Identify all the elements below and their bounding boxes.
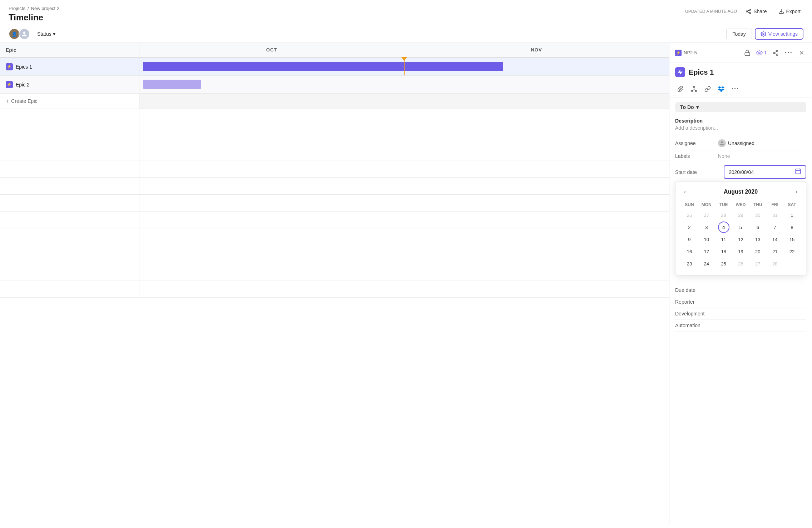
lock-icon — [744, 50, 751, 56]
lock-button[interactable] — [743, 48, 752, 58]
breadcrumb-project-name[interactable]: New project 2 — [31, 6, 59, 11]
start-date-input[interactable]: 2020/08/04 — [724, 165, 806, 179]
svg-point-10 — [773, 52, 775, 54]
epics1-gantt — [139, 58, 669, 75]
create-epic-button[interactable]: + Create Epic — [0, 94, 139, 109]
cal-header-thu: THU — [749, 201, 766, 209]
epic2-cell[interactable]: ⚡ Epic 2 — [0, 76, 139, 93]
cal-day[interactable]: 16 — [684, 246, 695, 257]
watch-button[interactable]: 1 — [755, 48, 768, 58]
svg-point-9 — [777, 50, 778, 52]
epic2-name: Epic 2 — [16, 82, 30, 88]
empty-row-1 — [0, 109, 669, 126]
cal-day[interactable]: 3 — [701, 221, 712, 233]
cal-day-selected[interactable]: 4 — [718, 221, 729, 233]
cal-day[interactable]: 13 — [752, 234, 763, 245]
cal-day[interactable]: 7 — [769, 221, 781, 233]
start-date-label: Start date — [675, 169, 718, 175]
cal-day[interactable]: 30 — [752, 209, 763, 221]
header: Projects / New project 2 Timeline UPDATE… — [0, 0, 812, 25]
link-button[interactable] — [702, 84, 713, 94]
cal-day[interactable]: 22 — [786, 246, 798, 257]
today-triangle — [401, 57, 407, 61]
link-icon — [704, 86, 711, 92]
more-tools-button[interactable]: ··· — [729, 83, 741, 95]
share-button[interactable]: Share — [743, 7, 769, 16]
cal-day[interactable]: 8 — [786, 221, 798, 233]
cal-day[interactable]: 31 — [769, 209, 781, 221]
share-icon — [772, 50, 779, 56]
cal-day[interactable]: 10 — [701, 234, 712, 245]
cal-day[interactable]: 26 — [735, 258, 746, 269]
panel-title-section: Epics 1 — [669, 63, 812, 80]
panel-header: ⚡ NP2-5 1 ··· — [669, 43, 812, 63]
cal-day[interactable]: 28 — [769, 258, 781, 269]
export-button[interactable]: Export — [776, 7, 803, 16]
cal-day[interactable]: 24 — [701, 258, 712, 269]
main-layout: Epic OCT NOV ⚡ Epics 1 — [0, 43, 812, 524]
cal-day[interactable]: 11 — [718, 234, 729, 245]
status-filter-button[interactable]: Status ▾ — [34, 30, 58, 38]
gantt-bar-epic2[interactable] — [143, 80, 201, 89]
cal-day[interactable]: 14 — [769, 234, 781, 245]
svg-point-0 — [749, 9, 751, 10]
cal-day[interactable]: 2 — [684, 221, 695, 233]
timeline-header: Epic OCT NOV — [0, 43, 669, 58]
cal-day[interactable]: 26 — [684, 209, 695, 221]
cal-day[interactable]: 28 — [718, 209, 729, 221]
cal-header-tue: TUE — [716, 201, 732, 209]
description-label: Description — [675, 118, 806, 124]
breadcrumb-projects[interactable]: Projects — [9, 6, 25, 11]
gantt-bar-epics1[interactable] — [143, 62, 503, 71]
close-icon — [798, 50, 805, 56]
cal-day[interactable]: 1 — [786, 209, 798, 221]
panel-body: Description Add a description... Assigne… — [669, 116, 812, 333]
calendar-next-button[interactable]: › — [793, 187, 800, 196]
empty-row-4 — [0, 160, 669, 178]
empty-row-3 — [0, 143, 669, 160]
description-section: Description Add a description... — [675, 118, 806, 131]
breadcrumb: Projects / New project 2 — [9, 6, 59, 11]
close-button[interactable] — [797, 48, 806, 58]
status-button[interactable]: To Do ▾ — [675, 102, 806, 112]
paperclip-icon — [677, 86, 684, 92]
today-button[interactable]: Today — [726, 29, 752, 39]
labels-row: Labels None — [675, 150, 806, 162]
cal-day[interactable]: 27 — [701, 209, 712, 221]
toolbar: 👤 Status ▾ Today View settings — [0, 25, 812, 43]
description-value[interactable]: Add a description... — [675, 125, 806, 131]
cal-day[interactable]: 9 — [684, 234, 695, 245]
view-settings-button[interactable]: View settings — [755, 28, 803, 40]
epic2-icon: ⚡ — [6, 81, 13, 88]
calendar-button[interactable] — [795, 168, 801, 176]
epics1-cell[interactable]: ⚡ Epics 1 — [0, 58, 139, 75]
cal-day[interactable]: 23 — [684, 258, 695, 269]
cal-day[interactable]: 21 — [769, 246, 781, 257]
panel-share-button[interactable] — [771, 48, 780, 58]
cal-day[interactable]: 15 — [786, 234, 798, 245]
cal-day[interactable]: 6 — [752, 221, 763, 233]
more-button[interactable]: ··· — [783, 47, 794, 58]
labels-label: Labels — [675, 153, 718, 159]
attachment-button[interactable] — [675, 84, 686, 94]
cal-day[interactable]: 5 — [735, 221, 746, 233]
cal-day[interactable]: 17 — [701, 246, 712, 257]
cal-day[interactable]: 29 — [735, 209, 746, 221]
cal-day[interactable]: 20 — [752, 246, 763, 257]
cal-day[interactable]: 27 — [752, 258, 763, 269]
detail-panel: ⚡ NP2-5 1 ··· — [669, 43, 812, 524]
labels-value[interactable]: None — [718, 153, 730, 159]
assignee-label: Assignee — [675, 140, 718, 146]
table-row: ⚡ Epics 1 — [0, 58, 669, 76]
assignee-value[interactable]: Unassigned — [718, 139, 754, 147]
cal-day[interactable]: 25 — [718, 258, 729, 269]
calendar-prev-button[interactable]: ‹ — [681, 187, 689, 196]
cal-day[interactable]: 19 — [735, 246, 746, 257]
svg-line-3 — [748, 12, 749, 13]
child-issues-button[interactable] — [689, 84, 699, 94]
cal-day[interactable]: 12 — [735, 234, 746, 245]
avatar-group: 👤 — [9, 28, 30, 40]
cal-day[interactable]: 18 — [718, 246, 729, 257]
breadcrumb-separator: / — [28, 6, 29, 11]
dropbox-button[interactable] — [716, 84, 727, 94]
